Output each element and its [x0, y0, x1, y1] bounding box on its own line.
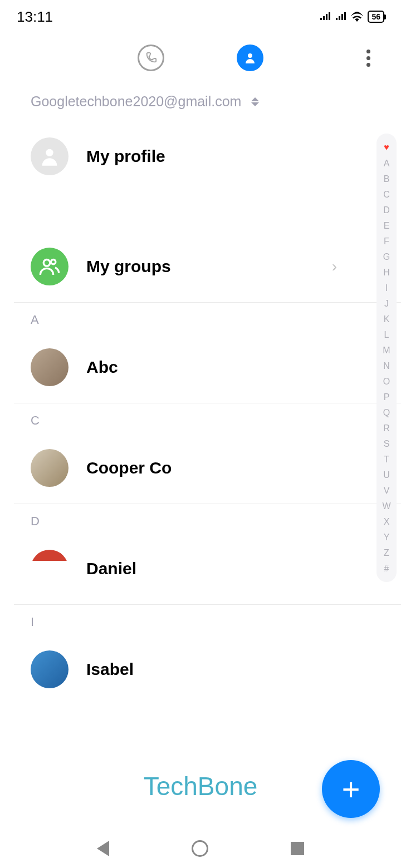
account-selector[interactable]: Googletechbone2020@gmail.com [0, 82, 401, 121]
status-bar: 13:11 56 [0, 0, 401, 33]
contact-item[interactable]: Cooper Co [0, 432, 401, 504]
alpha-letter[interactable]: Z [384, 549, 389, 558]
contacts-area: My profile My groups › A Abc C Cooper Co… [0, 121, 401, 705]
alpha-letter[interactable]: D [383, 206, 390, 215]
contact-item[interactable]: Abc [0, 332, 401, 403]
person-icon [243, 51, 257, 65]
account-chevron-icon [251, 97, 259, 106]
contact-name: Daniel [86, 559, 370, 578]
svg-point-0 [248, 53, 252, 58]
heart-icon[interactable]: ♥ [384, 142, 389, 152]
status-icons: 56 [320, 11, 384, 23]
svg-point-2 [43, 260, 50, 267]
status-time: 13:11 [17, 8, 53, 26]
more-dot-icon [366, 50, 370, 53]
my-profile-label: My profile [86, 147, 370, 166]
nav-home-icon[interactable] [192, 840, 208, 857]
contact-name: Abc [86, 358, 370, 377]
more-dot-icon [366, 63, 370, 67]
alpha-letter[interactable]: N [383, 362, 390, 371]
alpha-letter[interactable]: S [384, 440, 390, 448]
alpha-letter[interactable]: I [385, 284, 388, 293]
top-tabs [0, 33, 401, 82]
contact-name: Cooper Co [86, 458, 370, 477]
more-dot-icon [366, 56, 370, 60]
signal-icon-1 [320, 12, 331, 21]
alpha-letter[interactable]: L [384, 331, 389, 339]
alpha-letter[interactable]: A [384, 159, 390, 168]
my-groups-item[interactable]: My groups › [0, 231, 401, 302]
section-header-a: A [0, 303, 401, 332]
battery-icon: 56 [368, 11, 384, 23]
my-groups-label: My groups [86, 257, 314, 276]
chevron-right-icon: › [332, 258, 337, 275]
plus-icon: + [342, 771, 360, 807]
wifi-icon [351, 12, 363, 22]
watermark: TechBone [144, 771, 258, 801]
alpha-letter[interactable]: E [384, 221, 390, 230]
alpha-letter[interactable]: J [384, 299, 389, 308]
nav-bar [0, 829, 401, 868]
alpha-letter[interactable]: H [383, 268, 390, 277]
alpha-letter[interactable]: G [383, 253, 390, 262]
alpha-letter[interactable]: F [384, 237, 389, 246]
alpha-letter[interactable]: W [382, 502, 390, 511]
alpha-letter[interactable]: O [383, 377, 390, 386]
alpha-index[interactable]: ♥ A B C D E F G H I J K L M N O P Q R S … [376, 134, 397, 582]
contact-avatar [31, 449, 69, 487]
alpha-letter[interactable]: Q [383, 408, 390, 417]
account-email: Googletechbone2020@gmail.com [31, 93, 241, 110]
person-icon [38, 145, 61, 167]
alpha-letter[interactable]: M [383, 346, 390, 355]
more-menu[interactable] [366, 50, 370, 67]
nav-back-icon[interactable] [97, 841, 109, 856]
section-header-d: D [0, 504, 401, 533]
tab-contacts[interactable] [237, 45, 263, 71]
alpha-letter[interactable]: K [384, 315, 390, 324]
contact-name: Isabel [86, 660, 370, 679]
tab-phone[interactable] [138, 45, 164, 71]
alpha-letter[interactable]: U [383, 471, 390, 480]
svg-point-3 [51, 260, 56, 264]
alpha-letter[interactable]: B [384, 175, 390, 184]
alpha-letter[interactable]: R [383, 424, 390, 433]
my-profile-item[interactable]: My profile [0, 121, 401, 192]
contact-item[interactable]: Daniel [0, 533, 401, 604]
groups-avatar [31, 248, 69, 285]
avatar-placeholder [31, 137, 69, 175]
nav-recent-icon[interactable] [291, 842, 304, 855]
group-icon [38, 255, 61, 278]
alpha-letter[interactable]: Y [384, 533, 390, 542]
add-contact-fab[interactable]: + [322, 760, 380, 818]
contact-avatar [31, 650, 69, 688]
alpha-letter[interactable]: X [384, 517, 390, 526]
alpha-letter[interactable]: # [384, 564, 389, 573]
phone-icon [145, 52, 157, 64]
svg-point-1 [46, 149, 53, 156]
alpha-letter[interactable]: T [384, 455, 389, 464]
section-header-i: I [0, 605, 401, 634]
contact-avatar [31, 348, 69, 386]
alpha-letter[interactable]: C [383, 190, 390, 199]
section-header-c: C [0, 403, 401, 432]
alpha-letter[interactable]: P [384, 393, 390, 402]
signal-icon-2 [335, 12, 346, 21]
alpha-letter[interactable]: V [384, 486, 390, 495]
contact-avatar [31, 550, 69, 588]
contact-item[interactable]: Isabel [0, 634, 401, 705]
